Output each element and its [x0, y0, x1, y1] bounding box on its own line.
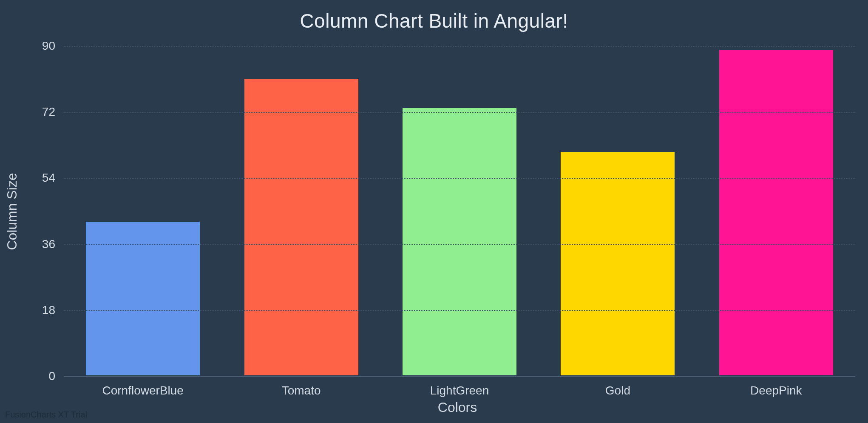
- gridline: [64, 310, 855, 311]
- watermark-text: FusionCharts XT Trial: [5, 410, 87, 420]
- bars-group: [64, 46, 855, 375]
- y-tick-label: 72: [42, 105, 63, 119]
- x-axis-label: Colors: [0, 400, 868, 415]
- bar-lightgreen[interactable]: [403, 108, 516, 375]
- y-tick-label: 18: [42, 303, 63, 317]
- x-tick-label: DeepPink: [750, 384, 802, 397]
- y-tick-label: 36: [42, 237, 63, 251]
- x-tick-label: Tomato: [282, 384, 321, 397]
- chart-container: CornflowerBlueTomatoLightGreenGoldDeepPi…: [47, 46, 855, 376]
- y-tick-label: 90: [42, 39, 63, 53]
- y-tick-label: 0: [48, 369, 63, 383]
- x-tick-label: LightGreen: [430, 384, 489, 397]
- y-tick-label: 54: [42, 171, 63, 185]
- gridline: [64, 178, 855, 179]
- bar-deeppink[interactable]: [719, 50, 833, 375]
- chart-title: Column Chart Built in Angular!: [0, 0, 868, 32]
- x-tick-label: Gold: [605, 384, 630, 397]
- gridline: [64, 112, 855, 113]
- y-axis-label: Column Size: [4, 173, 20, 250]
- plot-area: CornflowerBlueTomatoLightGreenGoldDeepPi…: [64, 46, 855, 376]
- gridline: [64, 46, 855, 47]
- bar-gold[interactable]: [561, 152, 675, 375]
- x-tick-label: CornflowerBlue: [102, 384, 183, 397]
- bar-tomato[interactable]: [244, 79, 358, 375]
- gridline: [64, 244, 855, 245]
- baseline: [64, 376, 855, 377]
